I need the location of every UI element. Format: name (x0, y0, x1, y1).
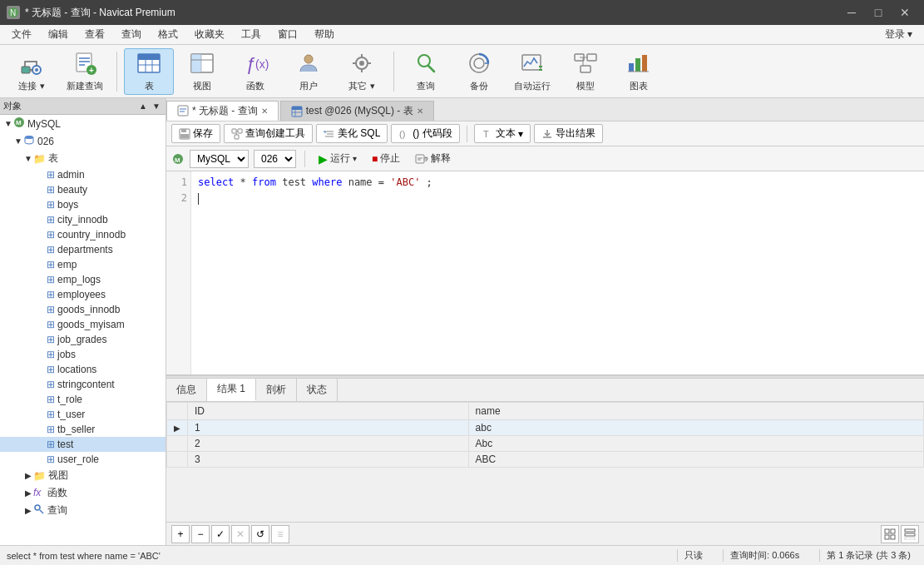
sidebar-item-job_grades[interactable]: ⊞ job_grades (0, 332, 166, 347)
sidebar-item-stringcontent[interactable]: ⊞ stringcontent (0, 377, 166, 392)
toolbar-view[interactable]: 视图 (177, 48, 227, 95)
svg-rect-39 (581, 66, 590, 72)
minimize-button[interactable]: ─ (839, 0, 864, 25)
menu-window[interactable]: 窗口 (269, 25, 306, 44)
tab-query[interactable]: * 无标题 - 查询 ✕ (166, 101, 279, 121)
delete-row-button[interactable]: − (191, 525, 210, 543)
table-row[interactable]: ▶ 1 abc (167, 420, 924, 436)
export-button[interactable]: 导出结果 (534, 124, 603, 143)
filter-button[interactable]: ≡ (271, 525, 289, 543)
expand-arrow-functions: ▶ (23, 488, 33, 498)
sidebar-item-test[interactable]: ⊞ test (0, 437, 166, 452)
sidebar-item-employees[interactable]: ⊞ employees (0, 287, 166, 302)
sidebar-item-locations[interactable]: ⊞ locations (0, 362, 166, 377)
sidebar-item-city_innodb[interactable]: ⊞ city_innodb (0, 212, 166, 227)
db-type-selector[interactable]: MySQL (190, 150, 249, 168)
menu-tools[interactable]: 工具 (233, 25, 269, 44)
tab-profile[interactable]: 剖析 (256, 379, 297, 401)
check-button[interactable]: ✓ (211, 525, 230, 543)
tab-query-close[interactable]: ✕ (261, 107, 268, 116)
sidebar-item-t_role[interactable]: ⊞ t_role (0, 392, 166, 407)
sidebar-item-tb_seller[interactable]: ⊞ tb_seller (0, 422, 166, 437)
table-boys-icon: ⊞ (47, 199, 55, 211)
maximize-button[interactable]: □ (866, 0, 891, 25)
table-goodsmyisam-icon: ⊞ (47, 319, 55, 330)
code-block-button[interactable]: () () 代码段 (391, 124, 459, 143)
menu-format[interactable]: 格式 (150, 25, 186, 44)
grid-view-button[interactable] (881, 525, 899, 543)
sidebar-item-queries-folder[interactable]: ▶ 查询 (0, 502, 166, 519)
toolbar-connect[interactable]: + 连接 ▾ (7, 48, 57, 95)
other-label: 其它 ▾ (348, 80, 374, 92)
col-name[interactable]: name (468, 403, 923, 420)
cancel-edit-button[interactable]: ✕ (231, 525, 250, 543)
sidebar-item-functions-folder[interactable]: ▶ fx 函数 (0, 484, 166, 502)
tab-status[interactable]: 状态 (297, 379, 338, 401)
sql-content[interactable]: select * from test where name = 'ABC' ; (191, 171, 924, 374)
sidebar-item-t_user[interactable]: ⊞ t_user (0, 407, 166, 422)
query-builder-button[interactable]: 查询创建工具 (224, 124, 313, 143)
tab-info[interactable]: 信息 (166, 379, 207, 401)
tab-results1[interactable]: 结果 1 (207, 379, 256, 401)
menu-help[interactable]: 帮助 (306, 25, 343, 44)
sidebar-item-country_innodb[interactable]: ⊞ country_innodb (0, 227, 166, 242)
sidebar-item-emp_logs[interactable]: ⊞ emp_logs (0, 272, 166, 287)
toolbar-autorun[interactable]: 自动运行 (507, 48, 557, 95)
db-name-selector[interactable]: 026 (254, 150, 296, 168)
tab-table[interactable]: test @026 (MySQL) - 表 ✕ (280, 101, 434, 121)
sidebar-item-emp[interactable]: ⊞ emp (0, 257, 166, 272)
sql-editor[interactable]: 1 2 select * from test where name = 'ABC… (166, 171, 924, 375)
sidebar-scroll-up[interactable]: ▲ (137, 101, 149, 112)
toolbar-backup[interactable]: 备份 (454, 48, 504, 95)
stop-label: 停止 (380, 151, 400, 166)
toolbar-other[interactable]: 其它 ▾ (337, 48, 387, 95)
explain-button[interactable]: ? 解释 (410, 150, 456, 167)
run-button[interactable]: ▶ 运行 ▾ (314, 150, 362, 167)
sidebar-item-user_role[interactable]: ⊞ user_role (0, 452, 166, 467)
sidebar-item-admin[interactable]: ⊞ admin (0, 167, 166, 182)
close-button[interactable]: ✕ (892, 0, 917, 25)
menu-view[interactable]: 查看 (77, 25, 113, 44)
sidebar-item-goods_innodb[interactable]: ⊞ goods_innodb (0, 302, 166, 317)
sidebar-item-goods_myisam[interactable]: ⊞ goods_myisam (0, 317, 166, 332)
login-button[interactable]: 登录 ▾ (877, 26, 921, 43)
toolbar-model[interactable]: 模型 (561, 48, 610, 95)
sidebar-item-jobs[interactable]: ⊞ jobs (0, 347, 166, 362)
toolbar-new-query[interactable]: + 新建查询 (60, 48, 110, 95)
toolbar-query[interactable]: 查询 (401, 48, 451, 95)
table-row[interactable]: 2 Abc (167, 436, 924, 452)
toolbar-chart[interactable]: 图表 (614, 48, 664, 95)
toolbar-function[interactable]: ƒ (x) 函数 (230, 48, 280, 95)
sidebar-item-views-folder[interactable]: ▶ 📁 视图 (0, 467, 166, 484)
stop-button[interactable]: ■ 停止 (367, 150, 405, 167)
sidebar-scroll-down[interactable]: ▼ (151, 101, 162, 112)
beautify-button[interactable]: 美化 SQL (316, 124, 388, 143)
menu-file[interactable]: 文件 (3, 25, 40, 44)
col-id[interactable]: ID (188, 403, 469, 420)
toolbar-user[interactable]: 用户 (284, 48, 334, 95)
svg-rect-19 (191, 54, 201, 72)
list-view-button[interactable] (901, 525, 919, 543)
table-row[interactable]: 3 ABC (167, 452, 924, 468)
table-goodsmyisam-label: goods_myisam (57, 319, 125, 330)
sidebar-item-boys[interactable]: ⊞ boys (0, 197, 166, 212)
svg-text:+: + (89, 66, 94, 75)
status-readonly: 只读 (677, 549, 709, 562)
add-row-button[interactable]: + (171, 525, 190, 543)
sidebar-item-026[interactable]: ▼ 026 (0, 132, 166, 150)
refresh-button[interactable]: ↺ (251, 525, 269, 543)
sidebar-item-mysql[interactable]: ▼ M MySQL (0, 115, 166, 132)
query-builder-label: 查询创建工具 (245, 126, 305, 141)
sidebar-item-departments[interactable]: ⊞ departments (0, 242, 166, 257)
menu-query[interactable]: 查询 (113, 25, 150, 44)
svg-text:ƒ: ƒ (245, 53, 255, 74)
toolbar-table[interactable]: 表 (124, 48, 174, 95)
table-beauty-icon: ⊞ (47, 184, 55, 196)
sidebar-item-beauty[interactable]: ⊞ beauty (0, 182, 166, 197)
menu-edit[interactable]: 编辑 (40, 25, 77, 44)
tab-table-close[interactable]: ✕ (417, 107, 423, 116)
menu-favorites[interactable]: 收藏夹 (186, 25, 233, 44)
text-button[interactable]: T 文本 ▾ (474, 124, 531, 143)
sidebar-item-tables-folder[interactable]: ▼ 📁 表 (0, 150, 166, 167)
save-button[interactable]: 保存 (171, 124, 220, 143)
